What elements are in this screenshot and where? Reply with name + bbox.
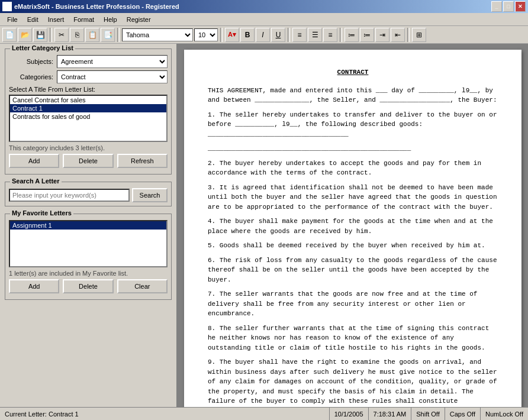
doc-para-8: 7. The seller warrants that the goods ar…: [208, 289, 498, 319]
letter-category-title: Letter Category List: [10, 44, 75, 51]
menu-register[interactable]: Register: [122, 15, 156, 24]
letter-btn-row: Add Delete Refresh: [9, 154, 168, 168]
extra-button[interactable]: 📑: [101, 28, 115, 42]
category-info: This category includes 3 letter(s).: [9, 144, 168, 151]
font-select[interactable]: Tahoma: [122, 28, 193, 41]
letter-list-item-2[interactable]: Contracts for sales of good: [10, 112, 166, 121]
doc-para-9: 8. The seller further warrants that at t…: [208, 324, 498, 353]
toolbar: 📄 📂 💾 ✂ ⎘ 📋 📑 Tahoma 10 A▾ B I U ≡ ☰ ≡ ≔…: [0, 26, 528, 44]
doc-para-10: 9. The buyer shall have the right to exa…: [208, 357, 498, 407]
doc-para-6: 5. Goods shall be deemed received by the…: [208, 241, 498, 251]
doc-para-0: THIS AGREEMENT, made and entered into th…: [208, 86, 498, 105]
search-content: Search: [9, 188, 168, 202]
menu-edit[interactable]: Edit: [22, 15, 43, 24]
status-shift: Shift Off: [411, 408, 445, 420]
select-title-label: Select A Title From Letter List:: [9, 86, 168, 93]
favorites-title: My Favorite Letters: [10, 209, 73, 217]
doc-para-3: 2. The buyer hereby undertakes to accept…: [208, 159, 498, 178]
toolbar-separator-1: [50, 28, 52, 42]
menu-help[interactable]: Help: [99, 15, 122, 24]
close-button[interactable]: ✕: [515, 1, 526, 12]
status-caps: Caps Off: [445, 408, 481, 420]
letter-category-content: Subjects: Agreement Categories: Contract…: [9, 55, 168, 168]
outdent-button[interactable]: ⇤: [391, 28, 405, 42]
indent-button[interactable]: ⇥: [375, 28, 389, 42]
font-color-button[interactable]: A▾: [225, 28, 239, 42]
refresh-button[interactable]: Refresh: [117, 154, 168, 168]
title-bar-text: eMatrixSoft - Business Letter Profession…: [14, 3, 491, 10]
align-center-button[interactable]: ☰: [308, 28, 322, 42]
search-group: Search A Letter Search: [5, 182, 172, 206]
toolbar-separator-4: [288, 28, 290, 42]
delete-letter-button[interactable]: Delete: [63, 154, 113, 168]
toolbar-separator-2: [117, 28, 120, 42]
fav-delete-button[interactable]: Delete: [63, 279, 113, 293]
letter-list[interactable]: Cancel Contract for sales Contract 1 Con…: [9, 95, 168, 142]
fav-clear-button[interactable]: Clear: [117, 279, 168, 293]
favorites-list[interactable]: Assignment 1: [9, 220, 168, 267]
add-letter-button[interactable]: Add: [9, 154, 59, 168]
menu-bar: File Edit Insert Format Help Register: [0, 13, 528, 26]
doc-para-1: 1. The seller hereby undertakes to trans…: [208, 110, 498, 140]
subjects-label: Subjects:: [9, 58, 53, 65]
subjects-row: Subjects: Agreement: [9, 55, 168, 68]
title-bar-buttons: _ □ ✕: [491, 1, 526, 12]
document-page: CONTRACT THIS AGREEMENT, made and entere…: [184, 50, 521, 407]
list-button[interactable]: ≔: [345, 28, 359, 42]
maximize-button[interactable]: □: [503, 1, 514, 12]
status-current-letter: Current Letter: Contract 1: [0, 408, 330, 420]
search-section-title: Search A Letter: [10, 177, 62, 185]
categories-select[interactable]: Contract: [57, 70, 168, 83]
fav-btn-row: Add Delete Clear: [9, 279, 168, 293]
minimize-button[interactable]: _: [491, 1, 502, 12]
cut-button[interactable]: ✂: [54, 28, 69, 42]
status-time: 7:18:31 AM: [369, 408, 412, 420]
document-title: CONTRACT: [208, 67, 498, 77]
toolbar-separator-3: [220, 28, 223, 42]
right-panel: CONTRACT THIS AGREEMENT, made and entere…: [178, 44, 528, 407]
app-icon: [2, 2, 12, 11]
search-input[interactable]: [9, 189, 130, 202]
underline-button[interactable]: U: [271, 28, 285, 42]
doc-para-7: 6. The risk of loss from any casualty to…: [208, 256, 498, 285]
copy-button[interactable]: ⎘: [70, 28, 84, 42]
status-date: 10/1/2005: [330, 408, 369, 420]
doc-para-5: 4. The buyer shall make payment for the …: [208, 217, 498, 236]
font-size-select[interactable]: 10: [194, 28, 218, 41]
doc-para-4: 3. It is agreed that identification shal…: [208, 183, 498, 212]
subjects-select[interactable]: Agreement: [57, 55, 168, 68]
italic-button[interactable]: I: [256, 28, 270, 42]
left-panel: Letter Category List Subjects: Agreement…: [0, 44, 178, 407]
status-bar: Current Letter: Contract 1 10/1/2005 7:1…: [0, 407, 528, 420]
status-numlock: NumLock Off: [481, 408, 528, 420]
menu-format[interactable]: Format: [69, 15, 99, 24]
title-bar: eMatrixSoft - Business Letter Profession…: [0, 0, 528, 13]
favorites-list-item-0[interactable]: Assignment 1: [10, 221, 166, 230]
favorites-content: Assignment 1 1 letter(s) are included in…: [9, 220, 168, 293]
align-right-button[interactable]: ≡: [323, 28, 337, 42]
menu-file[interactable]: File: [2, 15, 22, 24]
menu-insert[interactable]: Insert: [43, 15, 69, 24]
bold-button[interactable]: B: [240, 28, 255, 42]
letter-category-group: Letter Category List Subjects: Agreement…: [5, 49, 172, 175]
fav-add-button[interactable]: Add: [9, 279, 59, 293]
toolbar-separator-6: [407, 28, 410, 42]
favorites-group: My Favorite Letters Assignment 1 1 lette…: [5, 214, 172, 300]
toolbar-separator-5: [340, 28, 342, 42]
extra2-button[interactable]: ⊞: [412, 28, 426, 42]
doc-para-2: ________________________________________…: [208, 144, 498, 154]
main-container: Letter Category List Subjects: Agreement…: [0, 44, 528, 407]
categories-label: Categories:: [9, 73, 53, 80]
document-scroll[interactable]: CONTRACT THIS AGREEMENT, made and entere…: [178, 44, 528, 407]
favorites-info: 1 letter(s) are included in My Favorite …: [9, 270, 168, 277]
letter-list-item-1[interactable]: Contract 1: [10, 104, 166, 112]
numberedlist-button[interactable]: ≔: [360, 28, 374, 42]
search-button[interactable]: Search: [132, 188, 168, 202]
search-row: Search: [9, 188, 168, 202]
open-button[interactable]: 📂: [18, 28, 32, 42]
new-button[interactable]: 📄: [2, 28, 17, 42]
save-button[interactable]: 💾: [33, 28, 47, 42]
letter-list-item-0[interactable]: Cancel Contract for sales: [10, 96, 166, 104]
paste-button[interactable]: 📋: [85, 28, 99, 42]
align-left-button[interactable]: ≡: [292, 28, 307, 42]
